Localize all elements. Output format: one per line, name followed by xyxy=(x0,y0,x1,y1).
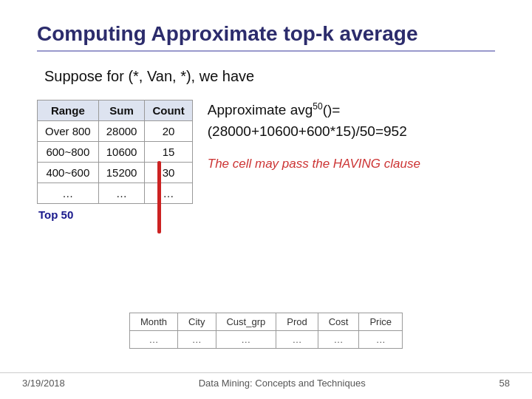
table-row: ……… xyxy=(38,183,193,204)
left-panel: Range Sum Count Over 8002800020600~80010… xyxy=(37,100,193,221)
schema-cell: … xyxy=(178,331,216,349)
table-cell: 400~600 xyxy=(38,163,99,183)
schema-col-header: Month xyxy=(129,313,177,331)
schema-cell: … xyxy=(359,331,403,349)
schema-cell: … xyxy=(216,331,276,349)
approx-formula: Approximate avg50()= (28000+10600+600*15… xyxy=(208,100,495,142)
table-row: 400~6001520030 xyxy=(38,163,193,183)
title-underline xyxy=(37,50,495,52)
schema-cell: … xyxy=(276,331,318,349)
schema-col-header: Prod xyxy=(276,313,318,331)
formula-calc: (28000+10600+600*15)/50=952 xyxy=(208,123,407,139)
table-cell: 600~800 xyxy=(38,142,99,163)
content-area: Range Sum Count Over 8002800020600~80010… xyxy=(37,100,495,221)
footer-date: 3/19/2018 xyxy=(22,378,65,389)
table-cell: 30 xyxy=(145,163,192,183)
formula-text-1: Approximate avg50()= xyxy=(208,102,341,117)
formula-sup: 50 xyxy=(313,101,322,112)
top50-label: Top 50 xyxy=(38,208,193,221)
table-cell: 20 xyxy=(145,121,192,142)
schema-cell: … xyxy=(129,331,177,349)
footer-page: 58 xyxy=(499,378,510,389)
slide-title: Computing Approximate top-k average xyxy=(37,22,495,46)
schema-row: ……………… xyxy=(129,331,402,349)
schema-col-header: Price xyxy=(359,313,403,331)
table-cell: … xyxy=(38,183,99,204)
table-cell: Over 800 xyxy=(38,121,99,142)
table-row: Over 8002800020 xyxy=(38,121,193,142)
table-cell: 15200 xyxy=(98,163,145,183)
range-table: Range Sum Count Over 8002800020600~80010… xyxy=(37,100,193,204)
having-clause: The cell may pass the HAVING clause xyxy=(208,157,495,171)
schema-col-header: Cust_grp xyxy=(216,313,276,331)
schema-col-header: City xyxy=(178,313,216,331)
schema-col-header: Cost xyxy=(318,313,359,331)
schema-cell: … xyxy=(318,331,359,349)
table-cell: … xyxy=(98,183,145,204)
table-cell: … xyxy=(145,183,192,204)
table-cell: 28000 xyxy=(98,121,145,142)
table-row: 600~8001060015 xyxy=(38,142,193,163)
footer: 3/19/2018 Data Mining: Concepts and Tech… xyxy=(0,372,532,389)
schema-table: MonthCityCust_grpProdCostPrice ……………… xyxy=(129,313,403,349)
col-count: Count xyxy=(145,100,192,121)
right-panel: Approximate avg50()= (28000+10600+600*15… xyxy=(208,100,495,171)
table-cell: 15 xyxy=(145,142,192,163)
slide: Computing Approximate top-k average Supp… xyxy=(0,0,532,399)
highlight-bar xyxy=(157,161,161,233)
schema-table-area: MonthCityCust_grpProdCostPrice ……………… xyxy=(129,313,403,349)
footer-center: Data Mining: Concepts and Techniques xyxy=(199,378,366,389)
subtitle: Suppose for (*, Van, *), we have xyxy=(44,68,495,85)
table-cell: 10600 xyxy=(98,142,145,163)
col-sum: Sum xyxy=(98,100,145,121)
col-range: Range xyxy=(38,100,99,121)
